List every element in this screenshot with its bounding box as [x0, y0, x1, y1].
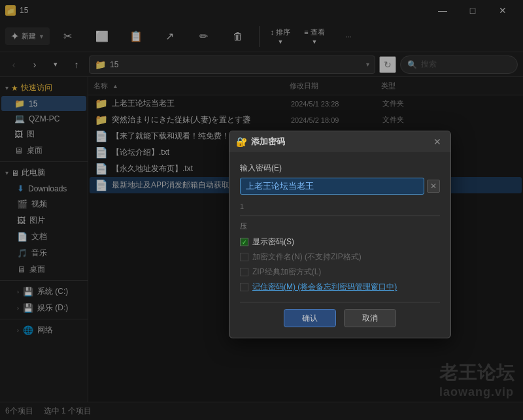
password-label: 输入密码(E) — [240, 163, 440, 174]
remember-password-row[interactable]: 记住密码(M) (将会备忘到密码管理窗口中) — [240, 282, 440, 293]
cancel-button[interactable]: 取消 — [344, 309, 396, 327]
dialog-input-row: ✕ — [240, 178, 440, 195]
zip-encrypt-checkbox[interactable] — [240, 268, 248, 276]
confirm-button[interactable]: 确认 — [284, 309, 336, 327]
show-password-label: 显示密码(S) — [252, 236, 294, 248]
add-password-dialog: 🔐 添加密码 ✕ 输入密码(E) ✕ 1 压 显示密码(S) — [229, 131, 451, 338]
dialog-body: 输入密码(E) ✕ 1 压 显示密码(S) 加密文件名(N) (不支持ZIP格式… — [229, 152, 450, 338]
encrypt-filename-row[interactable]: 加密文件名(N) (不支持ZIP格式) — [240, 251, 440, 263]
encrypt-filename-label: 加密文件名(N) (不支持ZIP格式) — [252, 251, 362, 263]
clear-password-button[interactable]: ✕ — [427, 180, 440, 193]
dialog-title-icon: 🔐 — [236, 137, 247, 147]
compress-label: 压 — [240, 221, 440, 231]
remember-password-checkbox[interactable] — [240, 283, 248, 291]
compress-section: 压 显示密码(S) 加密文件名(N) (不支持ZIP格式) ZIP经典加密方式(… — [240, 216, 440, 293]
dialog-overlay: 🔐 添加密码 ✕ 输入密码(E) ✕ 1 压 显示密码(S) — [0, 0, 523, 420]
dialog-title-text: 添加密码 — [251, 136, 285, 148]
dialog-buttons: 确认 取消 — [240, 302, 440, 327]
show-password-row[interactable]: 显示密码(S) — [240, 236, 440, 248]
encrypt-filename-checkbox[interactable] — [240, 253, 248, 261]
show-password-checkbox[interactable] — [240, 238, 248, 246]
dialog-info-section: 1 — [240, 202, 440, 210]
zip-encrypt-label: ZIP经典加密方式(L) — [252, 267, 321, 278]
dialog-title-bar: 🔐 添加密码 ✕ — [229, 131, 450, 152]
remember-password-label: 记住密码(M) (将会备忘到密码管理窗口中) — [252, 282, 397, 293]
dialog-title-left: 🔐 添加密码 — [236, 136, 285, 148]
password-input[interactable] — [240, 178, 424, 195]
dialog-close-button[interactable]: ✕ — [431, 135, 444, 148]
info-label1: 1 — [240, 202, 244, 210]
zip-encrypt-row[interactable]: ZIP经典加密方式(L) — [240, 267, 440, 278]
